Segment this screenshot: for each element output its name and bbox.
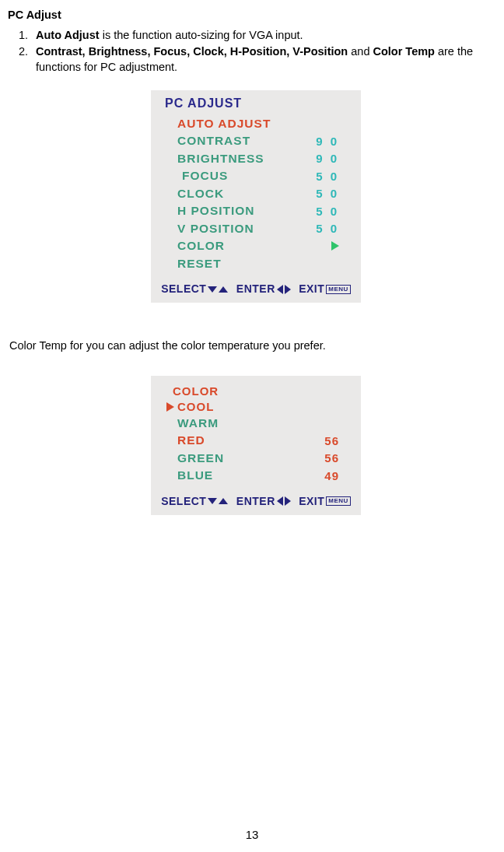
- row-value: 9 0: [316, 133, 339, 150]
- exit-label: EXIT: [299, 494, 324, 509]
- enter-group: ENTER: [236, 282, 291, 296]
- color-label: COLOR: [177, 237, 331, 254]
- triangle-up-icon: [219, 498, 228, 504]
- menu-item-h-position[interactable]: H POSITION 5 0: [151, 202, 361, 219]
- item1-tail: is the function auto-sizing for VGA inpu…: [100, 29, 303, 41]
- row-value: 5 0: [316, 220, 339, 237]
- auto-adjust-label: AUTO ADJUST: [177, 115, 339, 132]
- menu-item-brightness[interactable]: BRIGHTNESS 9 0: [151, 150, 361, 167]
- triangle-left-icon: [277, 285, 283, 294]
- row-label: GREEN: [177, 450, 324, 467]
- triangle-right-icon: [285, 496, 291, 506]
- menu-item-color[interactable]: COLOR: [151, 237, 361, 254]
- arrow-right-icon: [331, 241, 339, 251]
- row-value: 5 0: [316, 203, 339, 220]
- osd-footer: SELECT ENTER EXIT MENU: [151, 489, 361, 515]
- item2-bold2: Color Temp: [373, 45, 434, 58]
- color-temp-paragraph: Color Temp for you can adjust the color …: [9, 338, 504, 354]
- row-label: BLUE: [177, 467, 324, 484]
- menu-item-cool[interactable]: COOL: [151, 399, 361, 415]
- triangle-up-icon: [219, 286, 228, 293]
- item2-bold: Contrast, Brightness, Focus, Clock, H-Po…: [36, 45, 348, 58]
- row-value: 56: [324, 433, 339, 450]
- menu-item-v-position[interactable]: V POSITION 5 0: [151, 220, 361, 237]
- instructions-list: Auto Adjust is the function auto-sizing …: [8, 28, 504, 75]
- osd-footer: SELECT ENTER EXIT MENU: [151, 277, 361, 303]
- exit-group: EXIT MENU: [299, 494, 351, 509]
- row-value: 5 0: [316, 185, 339, 202]
- menu-item-clock[interactable]: CLOCK 5 0: [151, 185, 361, 202]
- row-label: BRIGHTNESS: [177, 150, 316, 167]
- enter-label: ENTER: [236, 282, 275, 296]
- selector-icon: [166, 402, 174, 412]
- menu-item-auto-adjust[interactable]: AUTO ADJUST: [151, 115, 361, 132]
- menu-item-contrast[interactable]: CONTRAST 9 0: [151, 132, 361, 149]
- row-label: H POSITION: [177, 202, 316, 219]
- menu-item-focus[interactable]: FOCUS 5 0: [151, 167, 361, 184]
- triangle-down-icon: [208, 286, 217, 293]
- enter-label: ENTER: [236, 494, 275, 509]
- enter-group: ENTER: [236, 494, 291, 509]
- osd-title: PC ADJUST: [151, 90, 361, 115]
- page-number: 13: [0, 827, 504, 843]
- row-value: 49: [324, 468, 339, 485]
- list-item: Auto Adjust is the function auto-sizing …: [31, 28, 504, 44]
- row-value: 9 0: [316, 150, 339, 167]
- exit-label: EXIT: [299, 282, 324, 296]
- cool-label: COOL: [177, 399, 214, 415]
- row-label: RED: [177, 432, 324, 449]
- reset-label: RESET: [177, 255, 339, 272]
- row-label: CONTRAST: [177, 132, 316, 149]
- select-label: SELECT: [161, 282, 206, 296]
- item1-bold: Auto Adjust: [36, 29, 100, 41]
- triangle-down-icon: [208, 498, 217, 504]
- select-group: SELECT: [161, 494, 228, 509]
- list-item: Contrast, Brightness, Focus, Clock, H-Po…: [31, 44, 504, 75]
- menu-item-reset[interactable]: RESET: [151, 255, 361, 272]
- row-label: CLOCK: [177, 185, 316, 202]
- osd-color: COLOR COOL WARM RED 56 GREEN 56 BLUE 49 …: [151, 376, 361, 515]
- select-label: SELECT: [161, 494, 206, 509]
- osd-pc-adjust: PC ADJUST AUTO ADJUST CONTRAST 9 0 BRIGH…: [151, 90, 361, 303]
- menu-item-green[interactable]: GREEN 56: [151, 450, 361, 467]
- menu-item-warm[interactable]: WARM: [151, 415, 361, 432]
- color-title: COLOR: [151, 384, 361, 399]
- section-title: PC Adjust: [8, 8, 504, 23]
- triangle-left-icon: [277, 496, 283, 506]
- exit-group: EXIT MENU: [299, 282, 351, 296]
- triangle-right-icon: [285, 285, 291, 294]
- menu-item-red[interactable]: RED 56: [151, 432, 361, 449]
- row-label: FOCUS: [182, 167, 316, 184]
- row-value: 56: [324, 450, 339, 467]
- select-group: SELECT: [161, 282, 228, 296]
- menu-icon: MENU: [326, 285, 351, 294]
- menu-item-blue[interactable]: BLUE 49: [151, 467, 361, 484]
- row-value: 5 0: [316, 168, 339, 185]
- row-label: V POSITION: [177, 220, 316, 237]
- item2-mid: and: [348, 45, 373, 58]
- menu-icon: MENU: [326, 496, 351, 506]
- warm-label: WARM: [177, 415, 339, 432]
